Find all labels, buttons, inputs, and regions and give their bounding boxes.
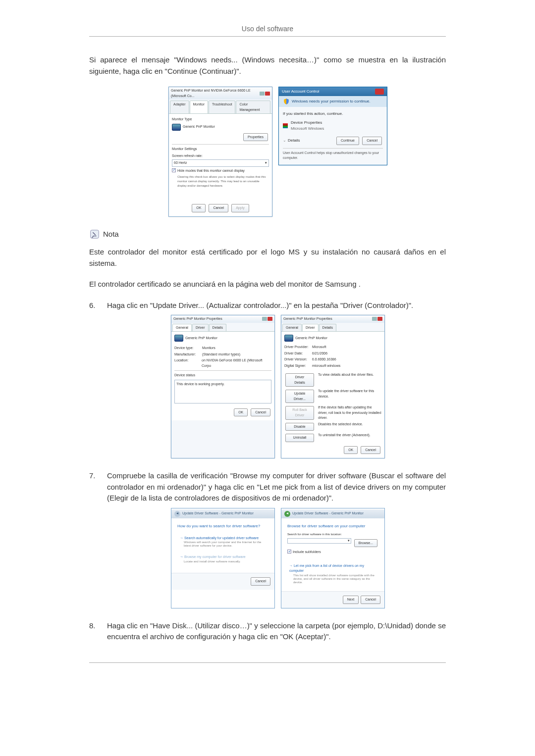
cancel-button[interactable]: Cancel: [362, 137, 382, 145]
wizard-option-auto[interactable]: → Search automatically for updated drive…: [177, 533, 268, 551]
update-driver-desc: To update the driver software for this d…: [318, 389, 381, 404]
step-number: 7.: [89, 470, 98, 504]
cancel-button[interactable]: Cancel: [361, 596, 380, 604]
cancel-button[interactable]: Cancel: [251, 408, 270, 417]
apply-button[interactable]: Apply: [231, 204, 249, 212]
next-button[interactable]: Next: [343, 596, 359, 604]
step-text: Haga clic en "Have Disk... (Utilizar dis…: [107, 620, 446, 643]
device-status-label: Device status: [174, 373, 271, 378]
hide-modes-checkbox[interactable]: ✔Hide modes that this monitor cannot dis…: [172, 168, 269, 174]
window-controls[interactable]: [372, 317, 382, 321]
cancel-button[interactable]: Cancel: [209, 204, 228, 212]
wizard-option-auto-label: Search automatically for updated driver …: [184, 536, 259, 540]
continue-button[interactable]: Continue: [336, 137, 359, 145]
manufacturer-label: Manufacturer:: [174, 352, 202, 357]
tab-driver[interactable]: Driver: [192, 324, 209, 332]
intro-paragraph: Si aparece el mensaje "Windows needs... …: [89, 54, 446, 77]
update-driver-button[interactable]: Update Driver...: [285, 390, 314, 403]
back-icon[interactable]: ◄: [174, 511, 180, 517]
header-rule: [89, 36, 446, 37]
disable-button[interactable]: Disable: [285, 423, 314, 431]
chevron-down-icon[interactable]: ▾: [348, 538, 350, 544]
rollback-driver-button[interactable]: Roll Back Driver: [285, 406, 314, 420]
uninstall-desc: To uninstall the driver (Advanced).: [318, 433, 381, 443]
window-controls[interactable]: [262, 317, 272, 321]
uac-banner-text: Windows needs your permission to continu…: [292, 99, 371, 104]
driver-details-button[interactable]: Driver Details: [285, 373, 314, 387]
step-number: 8.: [89, 620, 98, 643]
tab-general[interactable]: General: [282, 324, 302, 332]
wizard-heading: How do you want to search for driver sof…: [177, 523, 268, 529]
wizard-breadcrumb: ◄ Update Driver Software - Generic PnP M…: [281, 509, 384, 518]
ok-button[interactable]: OK: [234, 408, 248, 417]
close-icon[interactable]: [375, 89, 384, 95]
tab-driver[interactable]: Driver: [302, 324, 319, 332]
wizard-option-browse[interactable]: → Browse my computer for driver software…: [177, 552, 268, 566]
step-number: 6.: [89, 300, 98, 311]
rollback-driver-desc: If the device fails after updating the d…: [318, 405, 381, 421]
refresh-rate-dropdown[interactable]: 60 Hertz▾: [172, 159, 269, 167]
dialog-title: Generic PnP Monitor and NVIDIA GeForce 6…: [171, 88, 260, 99]
dialog-tabs: Adapter Monitor Troubleshoot Color Manag…: [169, 100, 272, 113]
chevron-down-icon: ▾: [265, 160, 267, 166]
monitor-settings-label: Monitor Settings: [172, 147, 269, 152]
uac-device-properties: Device Properties: [291, 120, 324, 126]
note-paragraph-1: Este controlador del monitor está certif…: [89, 247, 446, 269]
update-wizard-search: ◄ Update Driver Software - Generic PnP M…: [171, 508, 275, 608]
date-value: 6/21/2006: [312, 351, 327, 356]
cancel-button[interactable]: Cancel: [361, 446, 380, 454]
screenshot-row-driver-props: Generic PnP Monitor Properties General D…: [110, 315, 446, 458]
window-controls[interactable]: [260, 92, 270, 96]
tab-color-management[interactable]: Color Management: [236, 101, 270, 113]
search-location-label: Search for driver software in this locat…: [287, 532, 378, 537]
wizard-option-pick[interactable]: → Let me pick from a list of device driv…: [287, 561, 378, 587]
wizard-option-browse-label: Browse my computer for driver software: [184, 555, 246, 558]
uac-titlebar: User Account Control: [279, 87, 387, 96]
note-heading: Nota: [89, 229, 446, 240]
dialog-titlebar: Generic PnP Monitor and NVIDIA GeForce 6…: [169, 87, 272, 100]
ok-button[interactable]: OK: [192, 204, 206, 212]
monitor-icon: [174, 335, 183, 342]
monitor-icon: [172, 124, 181, 131]
cancel-button[interactable]: Cancel: [251, 577, 270, 586]
location-value: on NVIDIA GeForce 6600 LE (Microsoft Cor…: [202, 358, 271, 368]
uac-started-text: If you started this action, continue.: [283, 111, 383, 117]
browse-button[interactable]: Browse...: [354, 539, 377, 548]
version-label: Driver Version:: [284, 357, 312, 362]
include-subfolders-checkbox[interactable]: ✔Include subfolders: [287, 550, 378, 555]
tab-details[interactable]: Details: [209, 324, 226, 332]
device-name: Generic PnP Monitor: [185, 336, 217, 341]
wizard-breadcrumb: ◄ Update Driver Software - Generic PnP M…: [171, 509, 274, 518]
monitor-type-value: Generic PnP Monitor: [183, 124, 215, 130]
uninstall-button[interactable]: Uninstall: [285, 434, 314, 442]
tab-details[interactable]: Details: [319, 324, 336, 332]
uac-banner: Windows needs your permission to continu…: [279, 96, 387, 107]
provider-label: Driver Provider:: [284, 345, 312, 350]
note-label: Nota: [103, 229, 119, 240]
properties-button[interactable]: Properties: [243, 133, 268, 142]
monitor-type-label: Monitor Type: [172, 117, 269, 122]
uac-details-link[interactable]: Details: [288, 138, 300, 144]
tab-general[interactable]: General: [172, 324, 192, 332]
device-status-box: This device is working properly.: [174, 380, 271, 403]
uac-ms-windows: Microsoft Windows: [291, 126, 324, 132]
date-label: Driver Date:: [284, 351, 312, 356]
driver-details-desc: To view details about the driver files.: [318, 372, 381, 388]
tab-adapter[interactable]: Adapter: [170, 101, 189, 113]
uac-dialog: User Account Control Windows needs your …: [278, 87, 387, 165]
chevron-down-icon[interactable]: ⌄: [283, 138, 286, 144]
device-type-label: Device type:: [174, 346, 202, 351]
back-icon[interactable]: ◄: [284, 511, 290, 517]
step-6: 6. Haga clic en "Update Driver... (Actua…: [89, 300, 446, 311]
ok-button[interactable]: OK: [344, 446, 358, 454]
location-label: Location:: [174, 358, 202, 368]
step-text: Haga clic en "Update Driver... (Actualiz…: [107, 300, 446, 311]
dialog-title: Generic PnP Monitor Properties: [283, 316, 332, 322]
tab-troubleshoot[interactable]: Troubleshoot: [209, 101, 236, 113]
tab-monitor[interactable]: Monitor: [190, 101, 208, 113]
signer-label: Digital Signer:: [284, 363, 312, 369]
device-name: Generic PnP Monitor: [295, 336, 327, 341]
device-icon: [283, 123, 288, 128]
monitor-icon: [284, 335, 293, 342]
driver-general-dialog: Generic PnP Monitor Properties General D…: [171, 315, 275, 458]
